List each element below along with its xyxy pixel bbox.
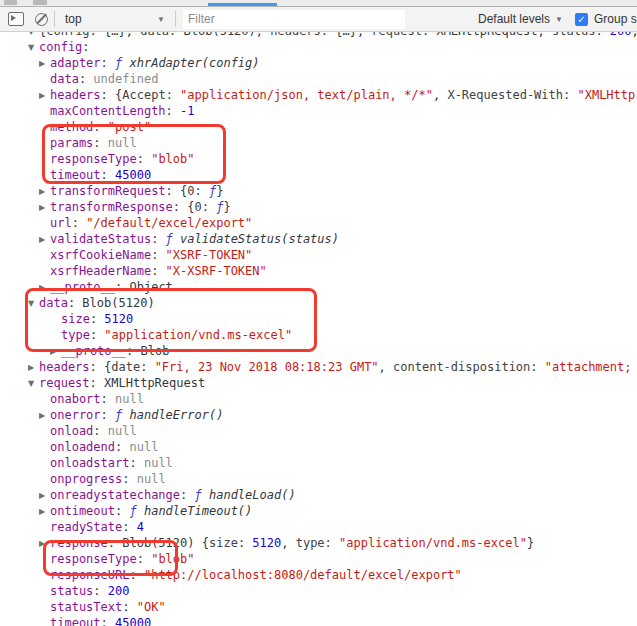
token-num: 4 bbox=[137, 520, 144, 534]
token-o: : bbox=[122, 520, 136, 534]
token-o: : bbox=[151, 264, 165, 278]
token-o: : bbox=[530, 360, 544, 374]
token-u: null bbox=[129, 440, 158, 454]
token-o: : bbox=[137, 552, 151, 566]
token-o: : bbox=[140, 360, 154, 374]
token-k: date bbox=[111, 360, 140, 374]
token-n: request bbox=[39, 376, 90, 390]
console-row-xsrfCookieName: xsrfCookieName: "XSRF-TOKEN" bbox=[0, 247, 637, 263]
token-o: : bbox=[238, 536, 252, 550]
console-row-statusText: statusText: "OK" bbox=[0, 599, 637, 615]
token-o: } bbox=[216, 184, 223, 198]
collapse-arrow-icon[interactable]: ▼ bbox=[28, 296, 39, 311]
console-row-validateStatus: ▶validateStatus: ƒ validateStatus(status… bbox=[0, 231, 637, 247]
token-n: xsrfCookieName bbox=[50, 248, 151, 262]
expand-arrow-icon[interactable]: ▶ bbox=[28, 360, 39, 375]
token-k: data bbox=[140, 32, 169, 38]
console-row-data: ▼data: Blob(5120) bbox=[0, 295, 637, 311]
console-row-transformResponse: ▶transformResponse: {0: ƒ} bbox=[0, 199, 637, 215]
token-n: url bbox=[50, 216, 72, 230]
expand-arrow-icon[interactable]: ▶ bbox=[39, 200, 50, 215]
token-s: "post" bbox=[108, 120, 151, 134]
token-n: timeout bbox=[50, 616, 101, 626]
group-similar-label: Group s bbox=[594, 12, 637, 26]
console-row-type: type: "application/vnd.ms-excel" bbox=[0, 327, 637, 343]
console-messages-area: ▼{config: {…}, data: Blob(5120), headers… bbox=[0, 32, 637, 626]
token-n: onerror bbox=[50, 408, 101, 422]
console-row-onerror: ▶onerror: ƒ handleError() bbox=[0, 407, 637, 423]
expand-arrow-icon[interactable]: ▶ bbox=[39, 280, 50, 295]
console-row-headers: ▶headers: {Accept: "application/json, te… bbox=[0, 87, 637, 103]
token-n: onloadstart bbox=[50, 456, 129, 470]
console-row-onloadstart: onloadstart: null bbox=[0, 455, 637, 471]
expand-arrow-icon[interactable]: ▶ bbox=[39, 232, 50, 247]
token-o: : bbox=[195, 184, 209, 198]
collapse-arrow-icon[interactable]: ▼ bbox=[28, 32, 39, 39]
token-o: : bbox=[101, 168, 115, 182]
console-row-config: ▼config: bbox=[0, 39, 637, 55]
token-o: Blob(5120) bbox=[122, 536, 201, 550]
filter-input[interactable] bbox=[182, 9, 406, 30]
context-selector-value: top bbox=[65, 12, 82, 26]
token-num: 45000 bbox=[115, 616, 151, 626]
token-o: : bbox=[166, 104, 180, 118]
token-u: null bbox=[115, 392, 144, 406]
token-o: : bbox=[68, 296, 82, 310]
devtools-console-panel: top ▼ Default levels ▼ ✓ Group s ▼{confi… bbox=[0, 0, 637, 626]
console-row-onload: onload: null bbox=[0, 423, 637, 439]
expand-arrow-icon[interactable]: ▶ bbox=[50, 344, 61, 359]
expand-arrow-icon[interactable]: ▶ bbox=[39, 408, 50, 423]
collapse-arrow-icon[interactable]: ▼ bbox=[28, 376, 39, 391]
execution-context-selector[interactable]: top ▼ bbox=[61, 10, 169, 28]
token-s: "blob" bbox=[151, 552, 194, 566]
token-o: : bbox=[202, 200, 216, 214]
expand-arrow-icon[interactable]: ▶ bbox=[39, 56, 50, 71]
toolbar-divider bbox=[54, 11, 55, 27]
token-g: xhrAdapter(config) bbox=[129, 56, 259, 70]
token-u: null bbox=[144, 456, 173, 470]
object-tree: ▼{config: {…}, data: Blob(5120), headers… bbox=[0, 32, 637, 626]
console-sidebar-toggle-icon[interactable] bbox=[8, 12, 24, 26]
token-n: onloadend bbox=[50, 440, 115, 454]
token-num: 45000 bbox=[115, 168, 151, 182]
token-num: 5120 bbox=[252, 536, 281, 550]
token-o: : bbox=[93, 136, 107, 150]
clear-console-icon[interactable] bbox=[35, 13, 48, 26]
console-row-response: ▶response: Blob(5120) {size: 5120, type:… bbox=[0, 535, 637, 551]
token-k: headers bbox=[270, 32, 321, 38]
token-o: : { bbox=[173, 200, 195, 214]
expand-arrow-icon[interactable]: ▶ bbox=[39, 488, 50, 503]
token-o: : bbox=[129, 568, 143, 582]
token-o: : bbox=[108, 536, 122, 550]
token-n: data bbox=[39, 296, 68, 310]
token-s: "application/json, text/plain, */*" bbox=[180, 88, 433, 102]
token-f: ƒ bbox=[195, 488, 209, 502]
token-n: responseType bbox=[50, 152, 137, 166]
token-o: : bbox=[595, 32, 609, 38]
token-o: : { bbox=[101, 88, 123, 102]
console-row-proto: ▶__proto__: Object bbox=[0, 279, 637, 295]
expand-arrow-icon[interactable]: ▶ bbox=[39, 536, 50, 551]
token-o: : bbox=[115, 440, 129, 454]
collapse-arrow-icon[interactable]: ▼ bbox=[28, 40, 39, 55]
token-o: : { bbox=[166, 184, 188, 198]
console-row-method: method: "post" bbox=[0, 119, 637, 135]
token-s: "X-XSRF-TOKEN" bbox=[166, 264, 267, 278]
log-levels-dropdown[interactable]: Default levels ▼ bbox=[478, 12, 563, 26]
token-u: null bbox=[108, 424, 137, 438]
token-n: responseURL bbox=[50, 568, 129, 582]
token-num: 200 bbox=[108, 584, 130, 598]
token-n: __proto__ bbox=[61, 344, 126, 358]
expand-arrow-icon[interactable]: ▶ bbox=[39, 504, 50, 519]
expand-arrow-icon[interactable]: ▶ bbox=[39, 88, 50, 103]
console-row-onreadystatechange: ▶onreadystatechange: ƒ handleLoad() bbox=[0, 487, 637, 503]
token-o: : XMLHttpRequest, bbox=[422, 32, 552, 38]
console-row-data: data: undefined bbox=[0, 71, 637, 87]
log-levels-label: Default levels bbox=[478, 12, 550, 26]
token-o: : bbox=[101, 392, 115, 406]
token-s: "XSRF-TOKEN" bbox=[166, 248, 253, 262]
token-n: response bbox=[50, 536, 108, 550]
expand-arrow-icon[interactable]: ▶ bbox=[39, 184, 50, 199]
group-similar-checkbox[interactable]: ✓ bbox=[575, 13, 588, 26]
token-k: config bbox=[46, 32, 89, 38]
